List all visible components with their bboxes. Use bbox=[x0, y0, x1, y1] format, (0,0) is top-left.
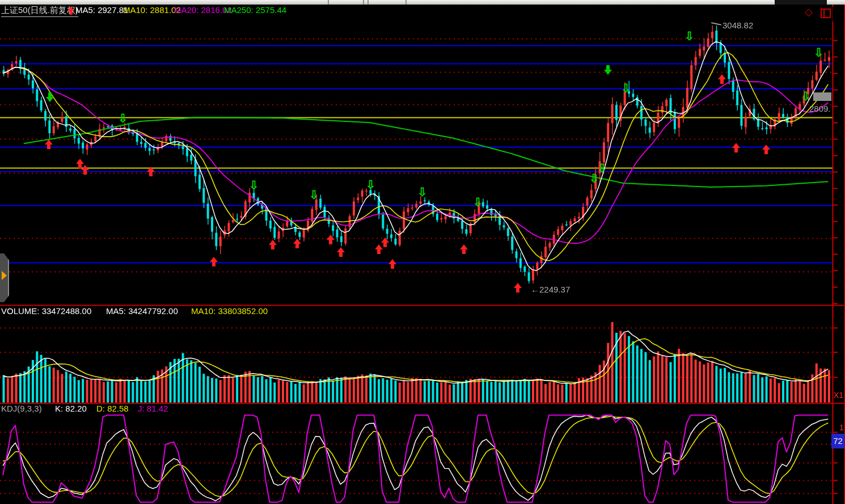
last-price-label: 2809. bbox=[809, 104, 831, 113]
ma5-label: MA5: bbox=[75, 5, 95, 15]
kdj-indicator-name[interactable]: KDJ(9,3,3) bbox=[1, 404, 42, 413]
sidebar-expand-handle[interactable] bbox=[0, 253, 9, 302]
symbol-title[interactable]: 上证50(日线.前复权) bbox=[1, 5, 78, 17]
price-tag-box bbox=[813, 92, 831, 101]
kdj-d-legend: D: 82.58 bbox=[96, 404, 129, 413]
drop-signal-arrow-icon bbox=[46, 92, 54, 102]
volume-ma5-label: MA5: bbox=[106, 306, 126, 316]
sell-signal-hollow-arrow-icon: ⇩ bbox=[417, 187, 428, 198]
topbar-divider bbox=[328, 0, 329, 5]
ma5-legend: MA5: 2927.81 bbox=[75, 5, 128, 15]
kdj-k-legend: K: 82.20 bbox=[55, 404, 87, 413]
volume-axis-x1-label: X1 bbox=[834, 391, 843, 400]
sell-signal-hollow-arrow-icon: ⇩ bbox=[814, 48, 824, 58]
ma10-legend: MA10: 2881.02 bbox=[123, 5, 181, 15]
ma10-label: MA10: bbox=[123, 5, 147, 15]
volume-ma10-value: 33803852.00 bbox=[218, 306, 268, 316]
buy-signal-arrow-icon bbox=[293, 239, 301, 248]
d-value: 82.58 bbox=[107, 404, 129, 413]
buy-signal-arrow-icon bbox=[337, 247, 345, 257]
buy-signal-arrow-icon bbox=[147, 167, 155, 176]
sell-signal-hollow-arrow-icon: ⇩ bbox=[685, 31, 695, 42]
volume-ma5-legend: MA5: 34247792.00 bbox=[106, 306, 178, 316]
buy-signal-arrow-icon bbox=[514, 283, 522, 293]
up-trend-arrow-icon bbox=[67, 6, 74, 15]
buy-signal-arrow-icon bbox=[718, 74, 726, 84]
sell-signal-hollow-arrow-icon: ⇩ bbox=[366, 180, 376, 190]
k-value: 82.20 bbox=[65, 404, 87, 413]
expand-arrow-icon bbox=[2, 271, 7, 280]
ma250-value: 2575.44 bbox=[256, 5, 286, 15]
j-value: 81.42 bbox=[147, 404, 168, 413]
volume-legend: VOLUME: 33472488.00 bbox=[1, 306, 91, 316]
topbar-divider bbox=[363, 0, 364, 5]
peak-price-annotation: 3048.82 bbox=[723, 20, 753, 30]
buy-signal-arrow-icon bbox=[210, 257, 218, 266]
ma20-label: MA20: bbox=[174, 5, 198, 15]
topbar-dark-segment bbox=[775, 0, 827, 5]
kdj-axis-top-label: 1 bbox=[839, 423, 844, 432]
volume-label: VOLUME: bbox=[1, 306, 40, 316]
kdj-axis-value-badge: 72 bbox=[831, 434, 844, 448]
ma20-legend: MA20: 2816.02 bbox=[174, 5, 232, 15]
buy-signal-arrow-icon bbox=[388, 259, 396, 269]
buy-signal-arrow-icon bbox=[45, 139, 53, 149]
topbar-divider bbox=[405, 0, 407, 5]
trading-app-window: 上证50(日线.前复权) MA5: 2927.81 MA10: 2881.02 … bbox=[0, 0, 845, 504]
k-label: K: bbox=[55, 404, 63, 413]
volume-value: 33472488.00 bbox=[42, 306, 92, 316]
sell-signal-hollow-arrow-icon: ⇩ bbox=[801, 91, 811, 102]
drop-signal-arrow-icon bbox=[604, 65, 612, 75]
buy-signal-arrow-icon bbox=[269, 240, 277, 249]
ma250-label: MA250: bbox=[224, 5, 254, 15]
trough-price-annotation: ←2249.37 bbox=[531, 285, 570, 294]
buy-signal-arrow-icon bbox=[81, 165, 89, 175]
sell-signal-hollow-arrow-icon: ⇩ bbox=[249, 180, 259, 191]
buy-signal-arrow-icon bbox=[762, 145, 770, 154]
split-window-icon[interactable] bbox=[821, 9, 831, 18]
j-label: J: bbox=[138, 404, 145, 413]
buy-signal-arrow-icon bbox=[381, 238, 389, 247]
sell-signal-hollow-arrow-icon: ⇩ bbox=[473, 197, 483, 208]
sell-signal-hollow-arrow-icon: ⇩ bbox=[309, 190, 319, 201]
volume-ma5-value: 34247792.00 bbox=[128, 306, 178, 316]
ma250-legend: MA250: 2575.44 bbox=[224, 5, 286, 15]
diamond-tool-icon[interactable]: ◇ bbox=[805, 6, 813, 18]
sell-signal-hollow-arrow-icon: ⇩ bbox=[118, 113, 128, 124]
sell-signal-hollow-arrow-icon: ⇩ bbox=[589, 173, 599, 184]
sell-signal-hollow-arrow-icon: ⇩ bbox=[597, 163, 607, 174]
sell-signal-hollow-arrow-icon: ⇩ bbox=[621, 83, 631, 94]
buy-signal-arrow-icon bbox=[327, 235, 335, 244]
d-label: D: bbox=[96, 404, 105, 413]
buy-signal-arrow-icon bbox=[732, 143, 740, 153]
buy-signal-arrow-icon bbox=[460, 244, 468, 254]
volume-ma10-label: MA10: bbox=[191, 306, 216, 316]
volume-ma10-legend: MA10: 33803852.00 bbox=[191, 306, 268, 316]
window-top-strip bbox=[0, 0, 845, 5]
topbar-divider bbox=[367, 0, 369, 5]
kdj-j-legend: J: 81.42 bbox=[138, 404, 168, 413]
split-window-icon-line bbox=[823, 10, 825, 17]
